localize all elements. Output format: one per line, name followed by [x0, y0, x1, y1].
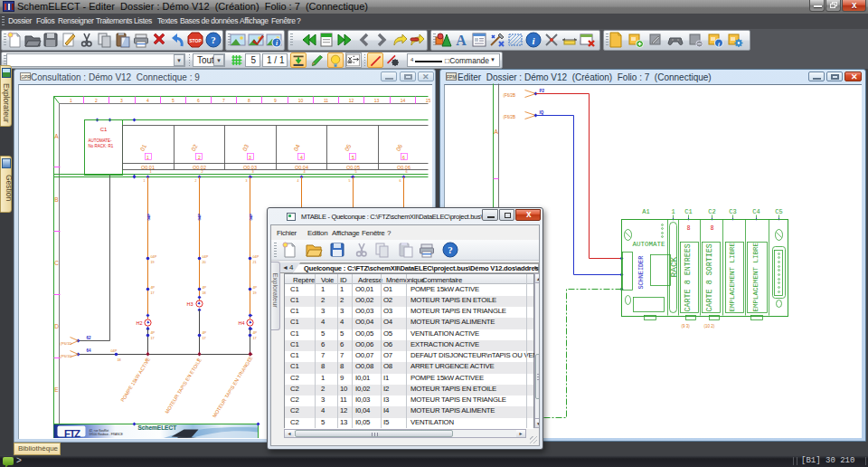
svg-text:C2: C2	[708, 208, 715, 215]
svg-text:A: A	[456, 33, 467, 48]
svg-text:04P: 04P	[253, 255, 259, 259]
svg-text:4P: 4P	[203, 331, 207, 335]
svg-text:4P: 4P	[253, 286, 258, 290]
svg-text:MOTEUR TAPIS EN TRIANGLE: MOTEUR TAPIS EN TRIANGLE	[212, 355, 254, 418]
svg-text:4P: 4P	[151, 331, 156, 335]
svg-text:2: 2	[95, 98, 98, 103]
svg-text:O0.01: O0.01	[141, 165, 155, 170]
svg-text:C5: C5	[775, 208, 782, 215]
svg-text:04P: 04P	[111, 349, 118, 353]
svg-text:(10 2): (10 2)	[704, 324, 715, 329]
svg-text:A1: A1	[642, 208, 649, 215]
svg-text:O0.02: O0.02	[193, 165, 206, 170]
svg-text:3: 3	[246, 179, 248, 183]
svg-text:C1: C1	[684, 208, 692, 215]
svg-text:5: 5	[352, 155, 354, 160]
svg-text:EMPLACEMENT LIBRE: EMPLACEMENT LIBRE	[729, 242, 736, 311]
svg-text:4P: 4P	[203, 286, 207, 290]
svg-text:EMPLACEMENT LIBRE: EMPLACEMENT LIBRE	[752, 242, 760, 311]
svg-text:19: 19	[253, 291, 257, 295]
svg-text:P2: P2	[540, 89, 545, 93]
svg-text:17: 17	[151, 337, 155, 340]
svg-text:O0.05: O0.05	[346, 165, 360, 170]
svg-text:9: 9	[274, 98, 277, 103]
svg-text:4: 4	[146, 98, 149, 103]
svg-text:POMPE 15kW ACTIVE: POMPE 15kW ACTIVE	[119, 357, 151, 403]
svg-text:3: 3	[249, 155, 251, 160]
svg-text:No RACK: R1: No RACK: R1	[89, 144, 114, 148]
svg-text:O0.03: O0.03	[243, 165, 257, 170]
svg-text:20: 20	[203, 261, 206, 264]
svg-text:A: A	[494, 129, 498, 135]
svg-text:04P: 04P	[249, 214, 253, 221]
svg-text:2: 2	[195, 179, 197, 183]
svg-text:6: 6	[402, 155, 405, 160]
svg-text:14: 14	[401, 98, 406, 103]
svg-text:1: 1	[671, 208, 675, 215]
svg-text:CARTE 8 ENTREES: CARTE 8 ENTREES	[684, 243, 693, 311]
svg-text:10: 10	[298, 98, 304, 103]
svg-text:IQ: IQ	[540, 110, 544, 115]
svg-text:E: E	[54, 386, 59, 393]
svg-text:H3: H3	[187, 301, 193, 307]
svg-text:H2: H2	[137, 320, 143, 326]
svg-text:STOP: STOP	[189, 38, 202, 43]
svg-text:04P: 04P	[151, 255, 157, 259]
svg-text:15: 15	[426, 98, 431, 103]
svg-text:C1: C1	[100, 127, 108, 132]
svg-text:04: 04	[292, 143, 301, 152]
svg-text:i: i	[718, 41, 720, 48]
svg-text:17: 17	[253, 337, 257, 340]
svg-text:04P: 04P	[203, 255, 209, 259]
svg-text:02: 02	[190, 143, 199, 152]
svg-text:2: 2	[198, 155, 201, 160]
svg-text:AUTOMATE: AUTOMATE	[633, 241, 666, 248]
svg-text:(F6/2B: (F6/2B	[504, 93, 516, 98]
svg-text:19: 19	[151, 261, 155, 264]
svg-text:SchemELECT: SchemELECT	[138, 424, 177, 431]
svg-text:21: 21	[253, 261, 257, 264]
svg-text:O0.06: O0.06	[397, 165, 410, 170]
svg-text:18: 18	[118, 358, 121, 362]
svg-text:4P: 4P	[253, 331, 258, 335]
svg-text:A: A	[54, 133, 59, 139]
svg-text:5: 5	[349, 179, 351, 183]
svg-text:5: 5	[172, 98, 175, 103]
svg-text:8: 8	[711, 224, 714, 231]
svg-text:B: B	[54, 196, 58, 203]
svg-text:7: 7	[222, 98, 225, 103]
svg-text:CARTE 8 SORTIES: CARTE 8 SORTIES	[705, 243, 714, 311]
svg-text:17: 17	[203, 337, 206, 340]
svg-text:59100 Roubaix - FRANCE: 59100 Roubaix - FRANCE	[90, 433, 123, 436]
svg-text:64: 64	[87, 348, 92, 353]
svg-text:(F6/2B: (F6/2B	[504, 115, 516, 119]
svg-text:C3: C3	[729, 208, 736, 215]
svg-text:MOTEUR TAPIS EN ETOILE: MOTEUR TAPIS EN ETOILE	[164, 357, 203, 415]
svg-text:04P: 04P	[197, 214, 202, 221]
svg-text:4: 4	[300, 155, 303, 160]
svg-text:62: 62	[87, 336, 92, 340]
svg-text:03: 03	[241, 143, 250, 152]
svg-text:O0.04: O0.04	[295, 165, 308, 170]
svg-text:6: 6	[197, 98, 200, 103]
svg-text:6: 6	[400, 179, 401, 183]
svg-text:11: 11	[324, 98, 328, 103]
svg-text:D: D	[54, 323, 59, 329]
svg-text:?: ?	[211, 34, 216, 45]
svg-text:4P: 4P	[151, 286, 156, 290]
svg-text:1: 1	[70, 98, 72, 103]
svg-text:8: 8	[248, 98, 250, 103]
svg-text:05: 05	[344, 143, 353, 152]
svg-text:06: 06	[394, 143, 403, 152]
svg-text:1: 1	[146, 155, 149, 160]
svg-text:12: 12	[349, 98, 354, 103]
svg-text:13: 13	[374, 98, 380, 103]
svg-text:C4: C4	[752, 208, 760, 215]
svg-text:SCHNEIDER: SCHNEIDER	[637, 256, 645, 290]
svg-text:1: 1	[144, 179, 146, 183]
svg-text:04P: 04P	[146, 214, 151, 221]
svg-text:C: C	[54, 260, 59, 266]
svg-text:(9 3): (9 3)	[682, 324, 691, 329]
svg-text:AUTOMATE-: AUTOMATE-	[89, 138, 113, 143]
svg-text:FTZ: FTZ	[64, 428, 80, 439]
